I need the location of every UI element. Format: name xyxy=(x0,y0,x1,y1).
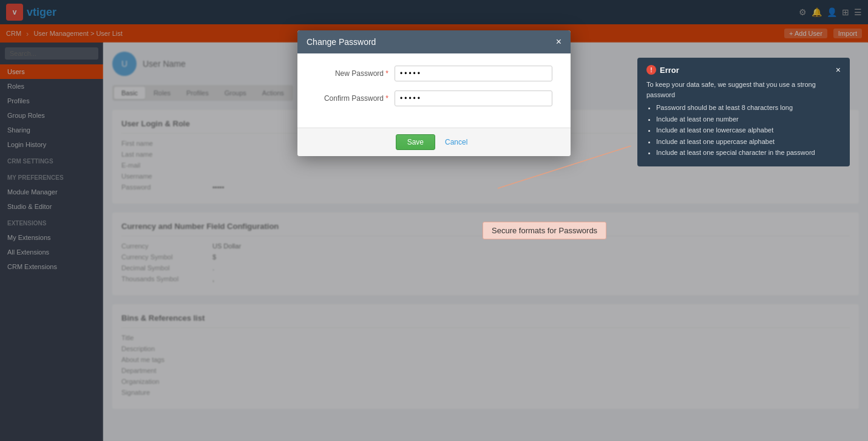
change-password-modal: Change Password × New Password * Confirm… xyxy=(297,30,571,156)
new-password-group: New Password * xyxy=(316,66,552,81)
error-rules-list: Password should be at least 8 characters… xyxy=(646,103,841,158)
cancel-button[interactable]: Cancel xyxy=(440,134,472,150)
error-title-row: ! Error xyxy=(646,65,679,75)
confirm-password-input[interactable] xyxy=(395,91,552,106)
confirm-password-group: Confirm Password * xyxy=(316,91,552,106)
modal-close-button[interactable]: × xyxy=(556,36,561,47)
new-password-label: New Password * xyxy=(316,69,395,78)
new-password-required: * xyxy=(385,69,388,78)
error-tooltip-header: ! Error × xyxy=(646,65,841,75)
error-tooltip: ! Error × To keep your data safe, we sug… xyxy=(637,58,850,166)
modal-header: Change Password × xyxy=(297,30,571,53)
error-rule-1: Password should be at least 8 characters… xyxy=(656,103,841,113)
confirm-password-required: * xyxy=(385,94,388,103)
new-password-input[interactable] xyxy=(395,66,552,81)
error-icon: ! xyxy=(646,65,656,75)
modal-footer: Save Cancel xyxy=(297,128,571,156)
confirm-password-label: Confirm Password * xyxy=(316,94,395,103)
save-button[interactable]: Save xyxy=(396,134,435,150)
modal-body: New Password * Confirm Password * xyxy=(297,53,571,128)
error-body: To keep your data safe, we suggest that … xyxy=(646,80,841,158)
error-title: Error xyxy=(660,66,679,75)
modal-title: Change Password xyxy=(307,37,376,47)
error-rule-5: Include at least one special character i… xyxy=(656,148,841,158)
error-rule-3: Include at least one lowercase alphabet xyxy=(656,125,841,135)
secure-formats-tooltip: Secure formats for Passwords xyxy=(483,222,606,239)
error-rule-4: Include at least one uppercase alphabet xyxy=(656,137,841,147)
error-rule-2: Include at least one number xyxy=(656,114,841,125)
error-close-button[interactable]: × xyxy=(836,65,841,75)
